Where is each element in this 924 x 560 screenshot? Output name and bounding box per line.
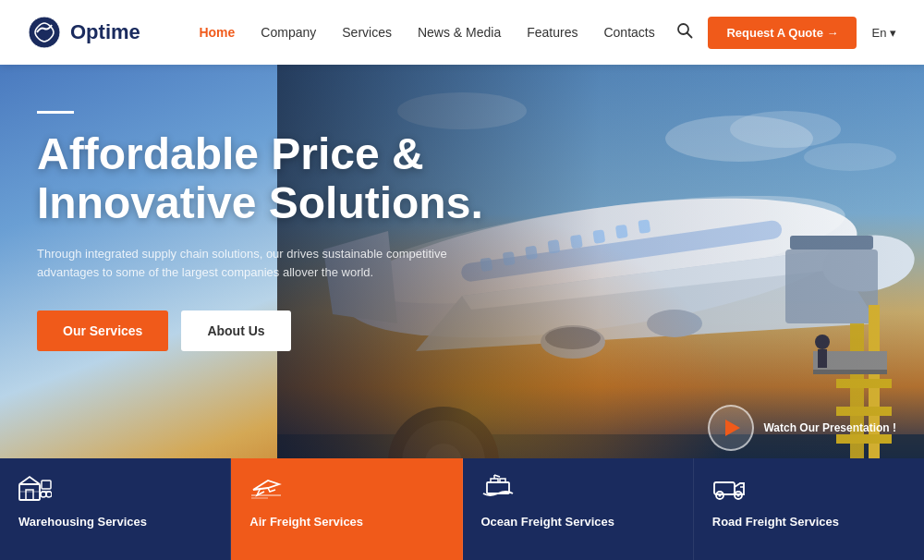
play-circle	[708, 405, 754, 451]
warehousing-icon	[18, 473, 52, 507]
logo-text: Optime	[70, 20, 140, 44]
nav-home[interactable]: Home	[199, 25, 235, 40]
request-quote-button[interactable]: Request A Quote →	[708, 17, 857, 49]
video-button[interactable]: Watch Our Presentation !	[708, 405, 896, 451]
service-card-road[interactable]: Road Freight Services	[694, 458, 924, 560]
service-card-warehousing[interactable]: Warehousing Services	[0, 458, 231, 560]
nav-news[interactable]: News & Media	[418, 25, 501, 40]
hero-subtitle: Through integrated supply chain solution…	[37, 245, 453, 284]
hero-divider	[37, 111, 74, 114]
air-freight-icon	[249, 473, 283, 507]
service-card-air[interactable]: Air Freight Services	[231, 458, 462, 560]
warehousing-label: Warehousing Services	[18, 515, 147, 530]
play-icon	[725, 420, 740, 436]
svg-point-61	[736, 494, 739, 497]
nav-services[interactable]: Services	[342, 25, 392, 40]
svg-rect-54	[491, 479, 498, 482]
navbar: Optime Home Company Services News & Medi…	[0, 0, 924, 65]
language-selector[interactable]: En ▾	[871, 26, 896, 40]
svg-point-41	[29, 17, 60, 48]
svg-line-43	[687, 33, 692, 38]
svg-point-59	[718, 494, 721, 497]
road-freight-icon	[712, 473, 746, 507]
video-label: Watch Our Presentation !	[763, 420, 896, 436]
logo-icon	[28, 16, 61, 49]
hero-title: Affordable Price & Innovative Solutions.	[37, 130, 517, 228]
svg-rect-46	[42, 481, 51, 489]
search-icon[interactable]	[676, 22, 693, 43]
road-freight-label: Road Freight Services	[712, 515, 839, 530]
nav-company[interactable]: Company	[261, 25, 316, 40]
service-card-ocean[interactable]: Ocean Freight Services	[463, 458, 694, 560]
logo[interactable]: Optime	[28, 16, 140, 49]
hero-content: Affordable Price & Innovative Solutions.…	[37, 111, 517, 351]
svg-point-49	[46, 492, 52, 497]
nav-features[interactable]: Features	[527, 25, 578, 40]
ocean-freight-label: Ocean Freight Services	[481, 515, 615, 530]
nav-links: Home Company Services News & Media Featu…	[177, 25, 677, 40]
air-freight-label: Air Freight Services	[249, 515, 363, 530]
service-cards: Warehousing Services Air Freight Service…	[0, 458, 924, 560]
hero-buttons: Our Services About Us	[37, 310, 517, 351]
nav-right: Request A Quote → En ▾	[676, 17, 896, 49]
svg-rect-55	[500, 479, 505, 482]
ocean-freight-icon	[481, 473, 515, 507]
nav-contacts[interactable]: Contacts	[603, 25, 654, 40]
our-services-button[interactable]: Our Services	[37, 310, 168, 351]
about-us-button[interactable]: About Us	[181, 310, 290, 351]
svg-point-48	[41, 492, 46, 497]
